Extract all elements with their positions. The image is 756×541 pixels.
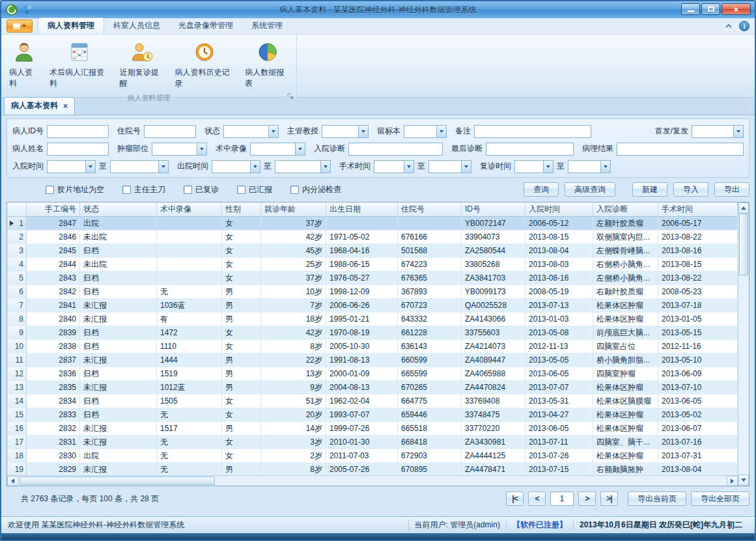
grid-cell[interactable]: 未出院 xyxy=(80,258,157,271)
grid-cell[interactable] xyxy=(157,230,222,244)
grid-cell[interactable]: 676365 xyxy=(398,271,462,285)
grid-cell[interactable]: 1988-06-15 xyxy=(326,258,398,271)
table-row[interactable]: 6 2842 归档 无 男 10岁 1998-12-09 367893 YB00… xyxy=(7,285,738,299)
grid-cell[interactable]: 2013-01-03 xyxy=(525,312,593,326)
grid-cell[interactable]: 2831 xyxy=(27,436,80,449)
chevron-down-icon[interactable] xyxy=(295,143,305,155)
grid-cell[interactable]: 676166 xyxy=(398,230,462,244)
grid-cell[interactable]: 2013-05-31 xyxy=(525,395,593,408)
grid-cell[interactable]: 2013-07-26 xyxy=(525,449,593,463)
row-indicator-cell[interactable]: 10 xyxy=(7,340,27,354)
column-header-surgery-date[interactable]: 手术时间 xyxy=(658,202,738,216)
grid-cell[interactable]: 松果体区肿瘤 xyxy=(593,312,658,326)
grid-cell[interactable]: 有 xyxy=(157,312,222,326)
table-row[interactable]: 18 2830 出院 无 女 2岁 2011-07-03 672903 ZA44… xyxy=(7,449,738,463)
maximize-button[interactable] xyxy=(701,3,720,15)
ribbon-menu-button[interactable] xyxy=(7,20,33,33)
table-row[interactable]: 7 2841 未汇报 1036蓝 男 7岁 2006-06-26 670723 … xyxy=(7,299,738,312)
grid-cell[interactable]: 33805268 xyxy=(462,258,525,271)
chevron-down-icon[interactable] xyxy=(250,161,260,173)
grid-cell[interactable]: 18岁 xyxy=(261,312,326,326)
data-report-button[interactable]: 病人数据报表 xyxy=(240,37,295,93)
grid-cell[interactable]: 2838 xyxy=(27,340,80,354)
grid-cell[interactable]: 2839 xyxy=(27,326,80,340)
chevron-down-icon[interactable] xyxy=(600,161,610,173)
table-row[interactable]: 9 2839 归档 1472 女 42岁 1970-08-19 661228 3… xyxy=(7,326,738,340)
grid-cell[interactable]: 女 xyxy=(222,449,261,463)
scroll-left-icon[interactable] xyxy=(7,476,18,486)
minimize-button[interactable] xyxy=(681,3,700,15)
grid-cell[interactable]: 2013-08-22 xyxy=(658,230,738,244)
prev-page-button[interactable]: < xyxy=(528,492,546,506)
grid-cell[interactable]: 33770220 xyxy=(462,422,525,436)
grid-cell[interactable]: 无 xyxy=(157,449,222,463)
grid-cell[interactable]: 男 xyxy=(222,367,261,381)
grid-cell[interactable]: 左侧蝶骨嵴脑... xyxy=(593,244,658,258)
grid-cell[interactable]: 归档 xyxy=(80,271,157,285)
discharge-date-from-combo[interactable] xyxy=(212,160,260,173)
grid-cell[interactable]: ZA4065988 xyxy=(462,367,525,381)
grid-cell[interactable]: 右侧桥小脑角... xyxy=(593,258,658,271)
grid-cell[interactable]: ZA3841703 xyxy=(462,271,525,285)
horizontal-scrollbar[interactable] xyxy=(7,475,738,486)
discharge-date-to-combo[interactable] xyxy=(275,160,331,173)
row-indicator-cell[interactable]: 4 xyxy=(7,258,27,271)
row-indicator-cell[interactable]: 9 xyxy=(7,326,27,340)
table-row[interactable]: 13 2835 未汇报 1012蓝 男 9岁 2004-08-13 670265… xyxy=(7,381,738,395)
grid-cell[interactable]: 女 xyxy=(222,436,261,449)
grid-cell[interactable]: 1998-12-09 xyxy=(326,285,398,299)
hscroll-thumb[interactable] xyxy=(20,477,215,485)
grid-cell[interactable]: ZA4478471 xyxy=(462,463,525,475)
grid-cell[interactable]: 10岁 xyxy=(261,285,326,299)
row-indicator-cell[interactable]: 12 xyxy=(7,367,27,381)
row-indicator-cell[interactable]: 17 xyxy=(7,436,27,449)
row-indicator-cell[interactable]: 18 xyxy=(7,449,27,463)
grid-cell[interactable]: 未汇报 xyxy=(80,312,157,326)
grid-cell[interactable]: QA0025528 xyxy=(462,299,525,312)
grid-cell[interactable]: 无 xyxy=(157,436,222,449)
ribbon-tab-system[interactable]: 系统管理 xyxy=(242,18,292,34)
grid-cell[interactable]: 左额叶胶质瘤 xyxy=(593,217,658,230)
grid-cell[interactable]: 女 xyxy=(222,217,261,230)
table-row[interactable]: 3 2845 归档 女 45岁 1968-04-16 501568 ZA2580… xyxy=(7,244,738,258)
grid-cell[interactable]: 45岁 xyxy=(261,244,326,258)
grid-cell[interactable]: 42岁 xyxy=(261,230,326,244)
grid-cell[interactable]: 8岁 xyxy=(261,340,326,354)
grid-cell[interactable]: 归档 xyxy=(80,326,157,340)
grid-cell[interactable]: 660599 xyxy=(398,354,462,367)
grid-cell[interactable]: 1995-01-21 xyxy=(326,312,398,326)
grid-cell[interactable] xyxy=(157,258,222,271)
grid-cell[interactable]: 2013-06-05 xyxy=(525,367,593,381)
checkbox-endocrine-exam[interactable]: 内分泌检查 xyxy=(290,184,341,195)
chevron-down-icon[interactable] xyxy=(436,126,446,137)
grid-cell[interactable]: 1991-08-13 xyxy=(326,354,398,367)
query-button[interactable]: 查询 xyxy=(524,182,559,197)
scroll-right-icon[interactable] xyxy=(727,476,738,486)
row-indicator-cell[interactable]: 11 xyxy=(7,354,27,367)
grid-cell[interactable]: 2830 xyxy=(27,449,80,463)
grid-cell[interactable]: 未出院 xyxy=(80,230,157,244)
grid-cell[interactable]: 双侧脑室内巨... xyxy=(593,230,658,244)
grid-cell[interactable]: 2013-08-15 xyxy=(525,230,593,244)
grid-cell[interactable]: 2013-08-04 xyxy=(658,463,738,475)
grid-cell[interactable]: 松果体区脑膜瘤 xyxy=(593,395,658,408)
status-combo[interactable] xyxy=(223,125,279,138)
grid-cell[interactable]: 1012蓝 xyxy=(157,381,222,395)
grid-cell[interactable]: 松果体区肿瘤 xyxy=(593,299,658,312)
grid-cell[interactable]: 1970-08-19 xyxy=(326,326,398,340)
grid-cell[interactable]: 2013-04-27 xyxy=(525,408,593,422)
grid-cell[interactable]: 2012-11-16 xyxy=(658,340,738,354)
grid-cell[interactable]: 1962-02-04 xyxy=(326,395,398,408)
grid-cell[interactable]: 女 xyxy=(222,258,261,271)
surgery-date-to-combo[interactable] xyxy=(428,160,471,173)
grid-cell[interactable]: 33904073 xyxy=(462,230,525,244)
grid-cell[interactable]: 归档 xyxy=(80,367,157,381)
grid-cell[interactable]: 51岁 xyxy=(261,395,326,408)
table-row[interactable]: 2 2846 未出院 女 42岁 1971-05-02 676166 33904… xyxy=(7,230,738,244)
grid-cell[interactable]: 男 xyxy=(222,299,261,312)
grid-cell[interactable]: 20岁 xyxy=(261,408,326,422)
row-indicator-cell[interactable]: 2 xyxy=(7,230,27,244)
grid-cell[interactable]: 归档 xyxy=(80,340,157,354)
grid-cell[interactable]: 归档 xyxy=(80,285,157,299)
grid-cell[interactable]: ZA4143066 xyxy=(462,312,525,326)
